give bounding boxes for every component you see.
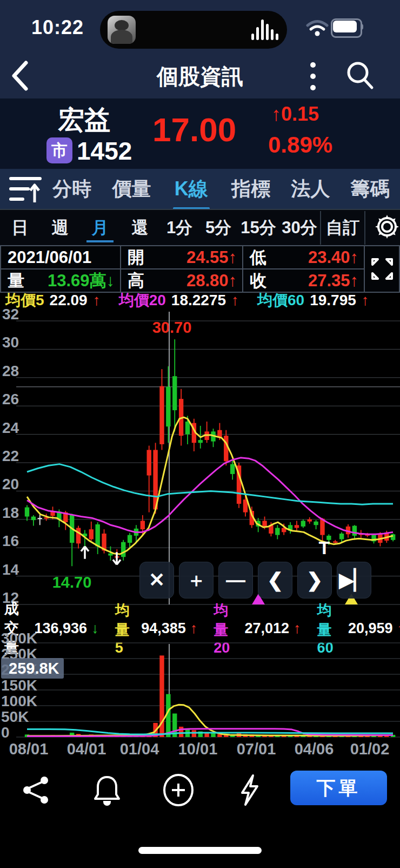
volume-bar — [179, 727, 183, 737]
stock-code: 1452 — [77, 136, 132, 166]
volume-bars — [25, 655, 396, 737]
period-custom[interactable]: 自訂 — [321, 211, 364, 245]
audio-waveform-icon — [251, 19, 282, 40]
tab-kline[interactable]: K線 — [162, 176, 221, 202]
candle-body — [301, 521, 305, 526]
price-axis-label: 30 — [2, 334, 19, 351]
period-5min[interactable]: 5分 — [199, 211, 238, 245]
zoom-out-button[interactable]: — — [218, 562, 253, 599]
candle-body — [391, 534, 395, 540]
candle-body — [262, 521, 266, 526]
market-badge: 市 — [46, 137, 72, 163]
stock-info-panel: 宏益 市 1452 17.00 ↑0.15 0.89% — [0, 98, 400, 169]
fullscreen-expand-icon[interactable] — [364, 245, 400, 293]
tab-institutional[interactable]: 法人 — [281, 176, 340, 202]
zoom-in-button[interactable]: ＋ — [179, 562, 214, 599]
price-ma-legend: 均價5 22.09↑ 均價20 18.2275↑ 均價60 19.795↑ — [0, 292, 400, 308]
prev-candle-button[interactable]: ❮ — [258, 562, 292, 599]
low-value: 23.40↑ — [308, 248, 358, 267]
candle-body — [31, 517, 36, 521]
place-order-button[interactable]: 下單 — [290, 771, 387, 805]
x-axis-label: 01/04 — [120, 740, 159, 758]
next-candle-button[interactable]: ❯ — [297, 562, 332, 599]
candle-body — [314, 522, 318, 525]
price-axis-label: 18 — [2, 504, 19, 521]
max-volume-badge: 259.8K — [1, 658, 64, 679]
candle-body — [76, 528, 81, 544]
selected-date: 2021/06/01 — [8, 248, 91, 267]
period-month[interactable]: 月 — [80, 211, 120, 245]
tab-chips[interactable]: 籌碼 — [341, 176, 400, 202]
dynamic-island[interactable] — [100, 11, 287, 49]
tab-price-volume[interactable]: 價量 — [102, 176, 161, 202]
sort-ascending-icon[interactable] — [9, 174, 42, 203]
candle-body — [121, 542, 125, 557]
candle-body — [352, 526, 357, 536]
tab-intraday[interactable]: 分時 — [42, 176, 102, 202]
high-cell: 高 28.80↑ — [120, 268, 243, 293]
app-screen: 10:22 個股資訊 — [0, 0, 400, 868]
candle-body — [198, 440, 203, 443]
volume-axis-label: 150K — [1, 677, 37, 694]
lightning-icon[interactable] — [214, 773, 285, 807]
alert-bell-icon[interactable] — [71, 774, 143, 806]
period-restore[interactable]: 還 — [120, 211, 160, 245]
close-crosshair-button[interactable]: ✕ — [139, 562, 174, 599]
x-axis-label: 04/06 — [295, 740, 334, 758]
period-1min[interactable]: 1分 — [160, 211, 199, 245]
period-week[interactable]: 週 — [40, 211, 80, 245]
candle-body — [230, 464, 235, 474]
search-icon[interactable] — [344, 58, 375, 94]
up-arrow-icon: ↑ — [271, 103, 281, 125]
nav-bar: 個股資訊 — [0, 54, 400, 98]
main-tab-bar: 分時 價量 K線 指標 法人 籌碼 — [0, 169, 400, 209]
volume-bar — [211, 733, 215, 737]
candle-body — [38, 518, 42, 519]
period-day[interactable]: 日 — [0, 211, 40, 245]
gear-icon[interactable] — [365, 213, 400, 243]
candle-body — [275, 528, 279, 535]
candle-body — [108, 554, 112, 556]
battery-icon — [331, 18, 364, 36]
candle-body — [224, 436, 228, 461]
add-circle-icon[interactable] — [143, 774, 214, 806]
price-change-percent: 0.89% — [268, 132, 332, 158]
ma5-value: 22.09 — [50, 292, 88, 309]
close-value: 27.35↑ — [308, 271, 358, 291]
period-15min[interactable]: 15分 — [238, 211, 279, 245]
price-axis-label: 32 — [2, 307, 19, 323]
low-cell: 低 23.40↑ — [242, 245, 365, 269]
x-axis-label: 01/02 — [350, 740, 390, 758]
candle-body — [25, 508, 29, 517]
candle-body — [333, 541, 337, 543]
volume-value: 13.69萬↓ — [48, 269, 115, 292]
close-cell: 收 27.35↑ — [242, 268, 365, 293]
more-menu-icon[interactable] — [305, 60, 321, 95]
share-icon[interactable] — [0, 775, 71, 805]
clock: 10:22 — [31, 16, 84, 39]
open-cell: 開 24.55↑ — [120, 245, 243, 269]
tab-indicators[interactable]: 指標 — [221, 176, 281, 202]
bottom-toolbar: 下單 — [0, 758, 400, 823]
candle-body — [339, 534, 344, 539]
highest-price-annotation: 30.70 — [152, 319, 192, 336]
volume-axis-label: 0 — [1, 724, 10, 741]
candle-body — [172, 376, 177, 410]
candle-body — [308, 520, 312, 522]
price-axis-label: 22 — [2, 448, 19, 464]
volume-chart[interactable]: 050K100K150K200K250K300K — [0, 622, 400, 741]
avatar — [108, 16, 136, 44]
wifi-icon — [306, 19, 329, 39]
price-ma5-line — [27, 417, 393, 554]
last-price: 17.00 — [152, 110, 236, 149]
home-indicator[interactable] — [138, 847, 262, 854]
x-axis-label: 07/01 — [237, 740, 276, 758]
price-axis-label: 14 — [2, 561, 19, 578]
period-30min[interactable]: 30分 — [279, 211, 320, 245]
skip-to-latest-button[interactable]: ▶▏ — [337, 562, 371, 599]
page-title: 個股資訊 — [0, 62, 400, 91]
up-arrow-marker — [81, 547, 89, 559]
stock-name: 宏益 — [58, 103, 110, 137]
status-bar: 10:22 — [0, 0, 400, 54]
selected-date-cell: 2021/06/01 — [0, 245, 121, 269]
